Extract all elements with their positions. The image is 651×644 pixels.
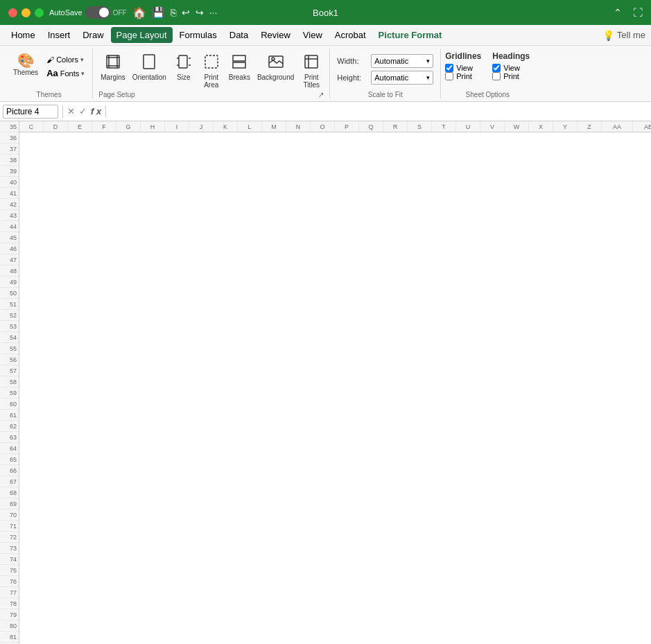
page-setup-label: Page Setup <box>98 91 134 98</box>
breaks-label: Breaks <box>229 73 250 81</box>
menu-home[interactable]: Home <box>6 27 41 43</box>
width-dropdown[interactable]: Automatic ▾ <box>371 54 433 68</box>
column-header: C <box>19 121 44 132</box>
svg-rect-5 <box>144 55 155 69</box>
column-header: R <box>383 121 408 132</box>
print-titles-button[interactable]: Print Titles <box>297 51 325 91</box>
height-label: Height: <box>337 73 368 82</box>
cell-reference-box[interactable]: Picture 4 <box>3 105 58 119</box>
row-number: 49 <box>0 277 19 288</box>
themes-button[interactable]: 🎨 Themes <box>10 51 42 78</box>
ribbon-collapse-icon[interactable]: ⌃ <box>614 7 622 18</box>
orientation-button[interactable]: Orientation <box>129 51 170 83</box>
menu-acrobat[interactable]: Acrobat <box>329 27 372 43</box>
column-header: G <box>116 121 141 132</box>
row-number: 35 <box>0 121 19 132</box>
colors-button[interactable]: 🖌 Colors ▾ <box>43 54 88 65</box>
row-number: 57 <box>0 365 19 376</box>
function-icon[interactable]: f x <box>91 106 101 116</box>
gridlines-view-row: View <box>445 64 481 72</box>
sheet-options-label: Sheet Options <box>445 89 530 98</box>
svg-rect-16 <box>305 55 318 68</box>
themes-group-top: 🎨 Themes 🖌 Colors ▾ Aa Fonts ▾ <box>10 49 88 89</box>
gridlines-view-checkbox[interactable] <box>445 64 453 72</box>
column-header: K <box>214 121 238 132</box>
menu-data[interactable]: Data <box>224 27 254 43</box>
row-number: 58 <box>0 376 19 388</box>
margins-label: Margins <box>101 73 125 81</box>
width-arrow: ▾ <box>426 58 430 64</box>
svg-point-15 <box>272 58 275 60</box>
headings-print-row: Print <box>492 72 530 80</box>
traffic-lights <box>8 8 44 17</box>
row-number: 59 <box>0 388 19 399</box>
column-header: X <box>529 121 553 132</box>
height-dropdown[interactable]: Automatic ▾ <box>371 71 433 85</box>
menu-review[interactable]: Review <box>255 27 296 43</box>
fonts-button[interactable]: Aa Fonts ▾ <box>43 67 88 80</box>
menu-page-layout[interactable]: Page Layout <box>111 27 173 43</box>
menu-insert[interactable]: Insert <box>42 27 76 43</box>
column-header: O <box>311 121 335 132</box>
copy-icon[interactable]: ⎘ <box>171 7 176 18</box>
formula-bar: Picture 4 ✕ ✓ f x <box>0 102 651 121</box>
colors-dropdown-arrow: ▾ <box>80 56 84 63</box>
home-icon[interactable]: 🏠 <box>132 6 146 19</box>
size-icon <box>175 53 192 72</box>
row-number: 48 <box>0 266 19 277</box>
menu-formulas[interactable]: Formulas <box>174 27 223 43</box>
scale-to-fit-label: Scale to Fit <box>334 89 436 98</box>
column-header: J <box>189 121 214 132</box>
print-area-button[interactable]: Print Area <box>198 51 225 91</box>
row-number: 81 <box>0 632 19 643</box>
margins-icon <box>105 53 121 72</box>
row-number: 62 <box>0 421 19 432</box>
column-header: Z <box>578 121 602 132</box>
height-value: Automatic <box>374 73 408 82</box>
save-icon[interactable]: 💾 <box>152 6 165 19</box>
headings-view-checkbox[interactable] <box>492 64 501 72</box>
close-button[interactable] <box>8 8 17 17</box>
tell-me-section[interactable]: 💡 Tell me <box>602 30 645 41</box>
row-number: 70 <box>0 510 19 521</box>
cancel-formula-icon[interactable]: ✕ <box>67 106 75 116</box>
page-setup-expand-icon[interactable]: ↗ <box>318 91 324 98</box>
row-number: 60 <box>0 399 19 410</box>
menu-picture-format[interactable]: Picture Format <box>373 27 448 43</box>
gridlines-section: Gridlines View Print <box>445 51 481 80</box>
breaks-button[interactable]: Breaks <box>225 51 254 83</box>
formula-input[interactable] <box>110 105 648 119</box>
column-header: W <box>505 121 529 132</box>
row-number: 55 <box>0 343 19 354</box>
page-setup-top: Margins Orientation <box>97 49 325 91</box>
orientation-label: Orientation <box>132 73 166 81</box>
row-number: 45 <box>0 232 19 243</box>
themes-group-label: Themes <box>10 89 88 98</box>
menu-view[interactable]: View <box>297 27 328 43</box>
column-headers: CDEFGHIJKLMNOPQRSTUVWXYZAAAB <box>19 121 651 132</box>
undo-icon[interactable]: ↩ <box>182 7 190 18</box>
margins-button[interactable]: Margins <box>97 51 129 83</box>
autosave-toggle[interactable] <box>85 6 110 19</box>
column-header: M <box>262 121 286 132</box>
background-button[interactable]: Background <box>254 51 297 83</box>
menu-draw[interactable]: Draw <box>77 27 109 43</box>
scale-to-fit-group: Width: Automatic ▾ Height: Automatic ▾ S… <box>330 49 441 98</box>
print-area-icon <box>203 53 220 72</box>
row-number: 76 <box>0 576 19 587</box>
ribbon: 🎨 Themes 🖌 Colors ▾ Aa Fonts ▾ Themes <box>0 46 651 102</box>
row-number: 61 <box>0 410 19 421</box>
size-button[interactable]: Size <box>170 51 198 83</box>
fullscreen-icon[interactable]: ⛶ <box>633 7 643 18</box>
fonts-label: Fonts <box>60 69 80 78</box>
gridlines-print-checkbox[interactable] <box>445 72 453 80</box>
redo-icon[interactable]: ↪ <box>196 7 204 18</box>
column-header: E <box>68 121 92 132</box>
confirm-formula-icon[interactable]: ✓ <box>79 106 87 116</box>
minimize-button[interactable] <box>21 8 31 17</box>
maximize-button[interactable] <box>35 8 44 17</box>
more-icon[interactable]: ··· <box>209 7 218 18</box>
gridlines-print-row: Print <box>445 72 481 80</box>
dimensions-group: Width: Automatic ▾ Height: Automatic ▾ <box>334 51 436 87</box>
headings-print-checkbox[interactable] <box>492 72 501 80</box>
